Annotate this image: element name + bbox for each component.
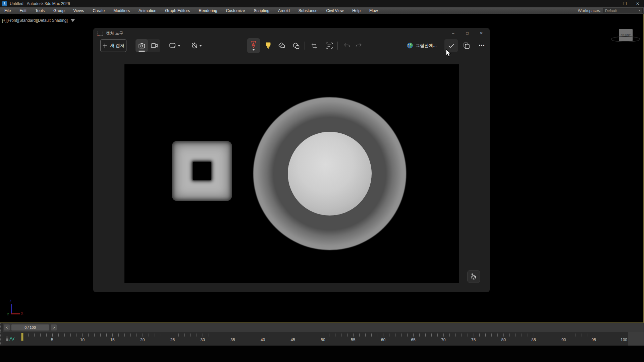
- screenshot-mode-button[interactable]: [136, 39, 148, 52]
- ruler-tick: [275, 334, 275, 337]
- redo-button[interactable]: [352, 39, 365, 52]
- app-restore-button[interactable]: ❐: [619, 0, 631, 7]
- axis-x-label: X: [21, 311, 23, 315]
- menu-flow[interactable]: Flow: [365, 7, 382, 14]
- menu-file[interactable]: File: [0, 7, 15, 14]
- menu-tools[interactable]: Tools: [31, 7, 49, 14]
- text-actions-button[interactable]: [322, 39, 337, 52]
- new-capture-button[interactable]: 새 캡처: [100, 39, 126, 52]
- ruler-label: 90: [561, 338, 566, 342]
- ruler-label: 15: [110, 338, 114, 342]
- touch-writing-button[interactable]: [467, 270, 480, 283]
- plus-icon: [102, 43, 107, 48]
- more-options-button[interactable]: •••: [476, 39, 488, 52]
- ruler-label: 40: [261, 338, 265, 342]
- ruler-tick: [227, 334, 227, 337]
- ruler-tick: [28, 334, 29, 337]
- ruler-tick: [269, 334, 269, 337]
- mini-curve-editor-button[interactable]: [4, 334, 16, 344]
- highlighter-icon: [265, 42, 271, 49]
- next-frame-button[interactable]: >: [51, 324, 57, 330]
- previous-frame-button[interactable]: <: [4, 324, 10, 330]
- ruler-label: 95: [592, 338, 596, 342]
- ruler-tick: [419, 334, 420, 337]
- menu-civil-view[interactable]: Civil View: [322, 7, 348, 14]
- ruler-tick: [570, 334, 570, 337]
- app-minimize-button[interactable]: –: [606, 0, 619, 7]
- viewport-label[interactable]: [+][Front][Standard][Default Shading]: [2, 18, 75, 23]
- current-frame-marker[interactable]: [21, 333, 23, 341]
- ruler-label: 55: [351, 338, 355, 342]
- edit-in-paint-button[interactable]: [405, 39, 415, 52]
- copy-icon: [464, 43, 470, 49]
- ruler-tick: [534, 334, 534, 337]
- recording-mode-button[interactable]: [148, 39, 160, 52]
- ruler-tick: [112, 334, 113, 337]
- ruler-tick: [76, 334, 76, 337]
- menu-views[interactable]: Views: [69, 7, 88, 14]
- ruler-label: 65: [411, 338, 415, 342]
- timeline-ruler[interactable]: 0510152025303540455055606570758085909510…: [22, 332, 624, 346]
- ruler-tick: [383, 334, 383, 337]
- ruler-tick: [293, 334, 293, 337]
- time-slider-row: < 0 / 100 >: [0, 323, 644, 332]
- ruler-tick: [299, 334, 299, 337]
- ruler-tick: [612, 334, 612, 337]
- menu-arnold[interactable]: Arnold: [274, 7, 294, 14]
- ruler-tick: [377, 334, 377, 337]
- ruler-tick: [546, 334, 546, 337]
- track-bar[interactable]: 0510152025303540455055606570758085909510…: [0, 332, 644, 346]
- menu-customize[interactable]: Customize: [222, 7, 250, 14]
- ruler-tick: [455, 334, 456, 337]
- chevron-down-icon: [178, 45, 180, 47]
- track-bar-end-cap: [628, 332, 644, 346]
- crop-button[interactable]: [308, 39, 321, 52]
- app-close-button[interactable]: ✕: [631, 0, 644, 7]
- ruler-tick: [82, 334, 83, 337]
- ruler-tick: [143, 334, 143, 337]
- viewport-label-text: [+][Front][Standard][Default Shading]: [2, 18, 68, 23]
- menu-scripting[interactable]: Scripting: [249, 7, 274, 14]
- pen-icon: [251, 41, 257, 48]
- captured-screenshot-canvas[interactable]: [124, 64, 459, 283]
- menu-rendering[interactable]: Rendering: [194, 7, 221, 14]
- ruler-tick: [582, 334, 582, 337]
- ruler-tick: [516, 334, 516, 337]
- workspaces-dropdown[interactable]: Default ▼: [603, 8, 643, 13]
- time-slider-grip[interactable]: [0, 323, 3, 332]
- menu-help[interactable]: Help: [348, 7, 365, 14]
- menu-create[interactable]: Create: [88, 7, 109, 14]
- ballpoint-pen-button[interactable]: [247, 38, 260, 53]
- ruler-label: 85: [531, 338, 536, 342]
- eraser-button[interactable]: [275, 39, 289, 52]
- new-capture-label: 새 캡처: [110, 43, 124, 49]
- menu-substance[interactable]: Substance: [294, 7, 322, 14]
- ruler-tick: [564, 334, 564, 337]
- menu-animation[interactable]: Animation: [134, 7, 161, 14]
- ruler-tick: [353, 334, 354, 337]
- snip-shape-dropdown[interactable]: [167, 39, 183, 52]
- snip-maximize-button[interactable]: □: [460, 28, 474, 38]
- undo-button[interactable]: [340, 39, 353, 52]
- snip-close-button[interactable]: ✕: [474, 28, 488, 38]
- time-slider-handle[interactable]: 0 / 100: [11, 324, 49, 330]
- menu-group[interactable]: Group: [49, 7, 69, 14]
- workspaces-value: Default: [605, 9, 617, 13]
- menu-modifiers[interactable]: Modifiers: [109, 7, 134, 14]
- world-axis-tripod: Z X Y: [5, 299, 32, 322]
- axis-z-line: [11, 304, 12, 314]
- ruler-tick: [239, 334, 239, 337]
- shapes-button[interactable]: [289, 39, 303, 52]
- delay-dropdown[interactable]: [189, 39, 205, 52]
- menu-edit[interactable]: Edit: [15, 7, 31, 14]
- eraser-icon: [278, 43, 286, 49]
- rectangle-select-icon: [169, 43, 176, 48]
- capture-mode-toggle: [136, 39, 160, 52]
- highlighter-button[interactable]: [261, 39, 275, 52]
- menu-graph-editors[interactable]: Graph Editors: [161, 7, 194, 14]
- snip-minimize-button[interactable]: –: [446, 28, 460, 38]
- copy-button[interactable]: [460, 39, 473, 52]
- filter-icon: [70, 19, 75, 22]
- edit-in-paint-label[interactable]: 그림판에...: [416, 39, 437, 52]
- track-bar-grip[interactable]: [0, 332, 3, 346]
